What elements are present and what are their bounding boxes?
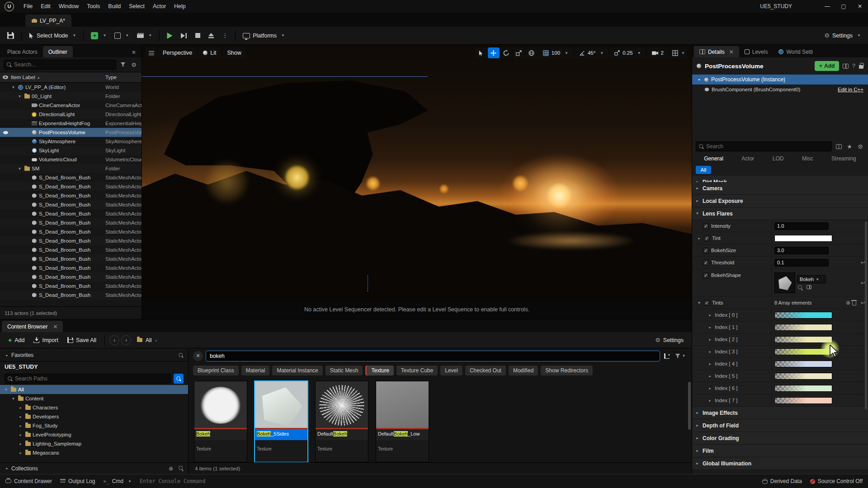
blueprints-dropdown[interactable]: ▼: [111, 29, 132, 42]
folder-tree-row[interactable]: ▼ All: [0, 385, 188, 394]
outliner-row[interactable]: S_Dead_Broom_Bush StaticMeshActor: [0, 272, 142, 282]
checkbox[interactable]: ✓: [704, 235, 710, 241]
display-options-icon[interactable]: [835, 142, 843, 150]
back-button[interactable]: ‹: [109, 335, 119, 345]
help-icon[interactable]: ?: [852, 63, 855, 69]
tab-world-settings[interactable]: World Setti: [773, 46, 818, 57]
bokeh-shape-thumbnail[interactable]: [774, 272, 795, 293]
filter-chip[interactable]: Checked Out: [465, 366, 506, 375]
expander-arrow[interactable]: ▸: [18, 433, 23, 437]
property-category[interactable]: ▸Film: [692, 445, 868, 457]
convert-blueprint-icon[interactable]: [843, 64, 849, 69]
filter-chip[interactable]: Texture Cube: [396, 366, 438, 375]
asset-tile[interactable]: Bokeh_5Sides Texture: [255, 381, 308, 463]
bokeh-shape-dropdown[interactable]: Bokeh▼: [797, 275, 826, 283]
frame-skip-button[interactable]: [177, 29, 191, 42]
color-swatch[interactable]: [774, 312, 832, 319]
tint-color-swatch[interactable]: [774, 235, 832, 242]
outliner-row[interactable]: DirectionalLight DirectionalLight: [0, 110, 142, 119]
folder-tree-row[interactable]: ▸ Fog_Study: [0, 421, 188, 430]
outliner-row[interactable]: ExponentialHeightFog ExponentialHeightFo…: [0, 119, 142, 128]
menu-item[interactable]: Edit: [37, 3, 55, 9]
maximize-button[interactable]: ▢: [835, 0, 852, 13]
outliner-settings-icon[interactable]: ⚙: [130, 61, 138, 69]
play-options-kebab[interactable]: ⋮: [218, 29, 231, 42]
filter-chip[interactable]: Show Redirectors: [541, 366, 593, 375]
camera-speed-button[interactable]: 2: [647, 47, 668, 58]
outliner-row[interactable]: ▼ 00_Light Folder: [0, 92, 142, 101]
menu-item[interactable]: Build: [104, 3, 125, 9]
details-filter-tab[interactable]: Actor: [741, 155, 754, 162]
menu-item[interactable]: Select: [125, 3, 149, 9]
tab-content-browser[interactable]: Content Browser ✕: [2, 321, 63, 332]
property-category[interactable]: ▸Global Illumination: [692, 457, 868, 470]
expander-arrow[interactable]: ▸: [708, 350, 712, 354]
menu-item[interactable]: Help: [170, 3, 190, 9]
import-button[interactable]: Import: [30, 334, 61, 346]
save-button[interactable]: [4, 29, 18, 42]
property-category[interactable]: ▸Depth of Field: [692, 419, 868, 432]
view-mode-dropdown[interactable]: Lit: [198, 47, 221, 58]
outliner-row[interactable]: CineCameraActor CineCameraActor: [0, 101, 142, 110]
checkbox[interactable]: ✓: [703, 248, 709, 253]
category-lens-flares[interactable]: ▼Lens Flares: [692, 207, 868, 220]
filter-chip[interactable]: Material Instance: [272, 366, 322, 375]
outliner-row[interactable]: ▼ LV_PP_A (Editor) World: [0, 83, 142, 92]
favorites-section-header[interactable]: ▸ Favorites: [0, 349, 188, 361]
unreal-logo[interactable]: U: [5, 2, 14, 11]
close-icon[interactable]: ✕: [53, 324, 57, 330]
tab-details[interactable]: Details ✕: [694, 46, 739, 57]
project-section-header[interactable]: UE5_STUDY: [0, 361, 188, 372]
expander-arrow[interactable]: ▸: [708, 325, 712, 329]
color-swatch[interactable]: [774, 397, 832, 404]
eject-button[interactable]: [205, 29, 217, 42]
expander-arrow[interactable]: ▼: [11, 397, 16, 401]
filter-chip[interactable]: Static Mesh: [326, 366, 363, 375]
details-search-input[interactable]: [696, 141, 832, 151]
folder-tree-row[interactable]: ▸ Megascans: [0, 448, 188, 457]
visibility-column-header[interactable]: [0, 75, 11, 79]
tab-place-actors[interactable]: Place Actors: [2, 46, 43, 57]
filter-chip[interactable]: Blueprint Class: [193, 366, 239, 375]
source-control-button[interactable]: Source Control Off: [810, 478, 863, 484]
filter-chip[interactable]: Material: [241, 366, 270, 375]
checkbox[interactable]: ✓: [704, 300, 710, 306]
menu-item[interactable]: Actor: [149, 3, 170, 9]
search-paths-input[interactable]: [5, 374, 171, 384]
output-log-button[interactable]: Output Log: [60, 478, 95, 484]
favorites-star-icon[interactable]: ★: [845, 142, 854, 150]
expander-arrow[interactable]: ▸: [708, 362, 712, 366]
delete-array-icon[interactable]: [852, 301, 856, 305]
rotation-snap-toggle[interactable]: 45°▼: [575, 47, 608, 58]
cb-settings-button[interactable]: ⚙Settings: [651, 334, 687, 346]
add-array-element-icon[interactable]: ⊕: [846, 300, 850, 306]
folder-tree-row[interactable]: ▸ LevelPrototyping: [0, 430, 188, 439]
lock-icon[interactable]: [859, 65, 863, 69]
instance-row[interactable]: ▾ PostProcessVolume (Instance): [692, 75, 868, 84]
add-button[interactable]: +Add: [5, 334, 28, 346]
expander-arrow[interactable]: ▼: [11, 85, 16, 89]
asset-tile[interactable]: DefaultBokeh_Low Texture: [376, 381, 429, 463]
expander-arrow[interactable]: ▸: [708, 399, 712, 403]
world-space-toggle[interactable]: [526, 47, 538, 58]
outliner-row[interactable]: S_Dead_Broom_Bush StaticMeshActor: [0, 254, 142, 263]
outliner-row[interactable]: S_Dead_Broom_Bush StaticMeshActor: [0, 236, 142, 245]
outliner-row[interactable]: S_Dead_Broom_Bush StaticMeshActor: [0, 263, 142, 272]
filter-dropdown[interactable]: ▼: [674, 352, 687, 360]
component-row[interactable]: BrushComponent (BrushComponent0) Edit in…: [692, 84, 868, 94]
details-scrollbar[interactable]: [865, 221, 867, 409]
add-actor-dropdown[interactable]: +▼: [87, 29, 110, 42]
expander-arrow[interactable]: ▸: [18, 406, 23, 410]
color-swatch[interactable]: [774, 385, 832, 392]
details-search-field[interactable]: [706, 143, 829, 150]
filter-chip[interactable]: Modified: [509, 366, 538, 375]
expander-arrow[interactable]: ▼: [697, 301, 702, 305]
details-filter-tab[interactable]: General: [704, 155, 723, 162]
folder-tree-row[interactable]: ▸ Developers: [0, 412, 188, 421]
threshold-input[interactable]: 0.1: [774, 259, 829, 267]
category-local-exposure[interactable]: ▸Local Exposure: [692, 195, 868, 207]
select-tool-button[interactable]: [475, 47, 487, 58]
outliner-search-input[interactable]: [4, 60, 116, 70]
breadcrumb[interactable]: All: [146, 337, 151, 343]
tab-outliner[interactable]: Outliner: [43, 46, 73, 57]
